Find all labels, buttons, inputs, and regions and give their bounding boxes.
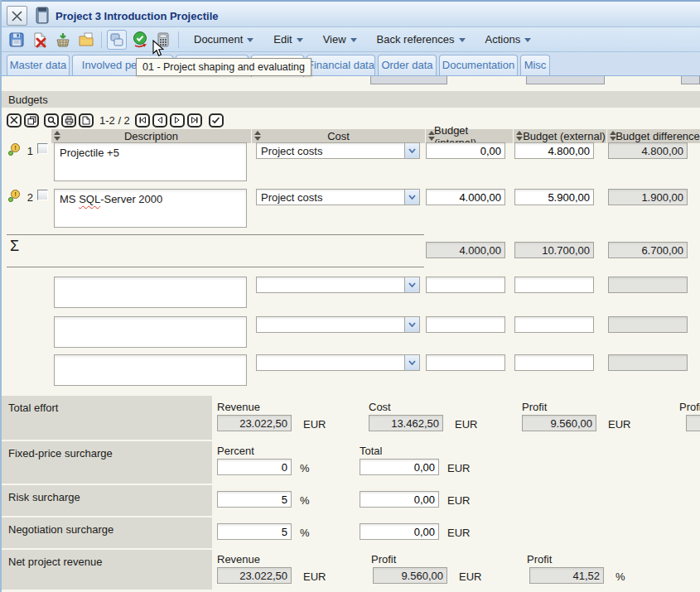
fixed-price-percent-input[interactable] [217, 459, 292, 475]
menu-document[interactable]: Document [194, 33, 253, 46]
budget-external-input[interactable] [514, 277, 594, 293]
printer-icon [65, 116, 74, 125]
prev-page-button[interactable] [152, 113, 167, 128]
menu-actions[interactable]: Actions [485, 33, 532, 46]
check-icon [211, 116, 220, 124]
menu-back-references[interactable]: Back references [377, 33, 466, 46]
apply-button[interactable] [209, 113, 224, 128]
jump-to-record-icon[interactable] [8, 143, 22, 156]
budget-external-input[interactable] [514, 354, 594, 371]
budget-external-input[interactable] [514, 316, 594, 333]
caret-down-icon [297, 38, 303, 42]
next-page-button[interactable] [170, 113, 185, 128]
unit-label: % [300, 527, 310, 539]
total-revenue-field: 23.022,50 [217, 415, 292, 431]
column-header-label: Description [124, 130, 178, 142]
unit-label: EUR [447, 527, 470, 539]
field-label-cost: Cost [369, 401, 391, 413]
menu-view[interactable]: View [323, 33, 357, 46]
copy-folder-button[interactable] [76, 30, 96, 50]
document-icon [35, 7, 50, 24]
last-page-button[interactable] [187, 113, 202, 128]
budget-internal-input[interactable] [426, 316, 505, 333]
budget-internal-input[interactable] [426, 354, 505, 371]
budget-internal-input[interactable] [426, 189, 505, 205]
budgets-table-toolbar: 1-2 / 2 [7, 113, 226, 128]
sum-divider [7, 234, 424, 235]
delete-document-button[interactable] [30, 30, 50, 50]
cost-type-select[interactable]: Project costs [256, 189, 420, 205]
tab-order-data[interactable]: Order data [378, 55, 437, 75]
save-button[interactable] [7, 30, 27, 50]
sort-icon[interactable] [516, 131, 523, 141]
copy-icon [27, 116, 36, 125]
confirm-icon [131, 31, 149, 48]
budget-difference-field [608, 277, 688, 293]
print-table-button[interactable] [61, 113, 76, 128]
budget-external-input[interactable] [514, 142, 594, 159]
jump-to-record-icon[interactable] [8, 190, 22, 203]
negotiation-percent-input[interactable] [217, 523, 292, 540]
risk-percent-input[interactable] [217, 491, 292, 508]
negotiation-total-input[interactable] [360, 523, 439, 540]
field-label-revenue: Revenue [217, 401, 260, 413]
confirm-button[interactable] [130, 30, 150, 50]
caret-down-icon [247, 38, 253, 42]
menu-view-label: View [323, 33, 346, 46]
menu-actions-label: Actions [485, 33, 521, 46]
menu-document-label: Document [194, 33, 243, 46]
budget-internal-input[interactable] [426, 277, 505, 293]
budgets-section-title: Budgets [8, 94, 48, 106]
description-text: MS [60, 193, 79, 205]
row-checkbox[interactable] [37, 190, 48, 200]
field-label-profit: Profit [522, 401, 547, 413]
description-input[interactable] [54, 354, 247, 386]
tab-documentation[interactable]: Documentation [439, 55, 518, 75]
window-title: Project 3 Introduction Projectile [56, 10, 218, 22]
cost-type-select[interactable] [256, 354, 420, 371]
description-input[interactable]: Projectile +5 [54, 142, 247, 181]
toolbar-separator [178, 31, 179, 48]
tab-master-data[interactable]: Master data [7, 55, 70, 75]
tab-misc[interactable]: Misc [520, 55, 550, 75]
cost-type-select[interactable] [256, 316, 420, 333]
sort-icon[interactable] [254, 131, 261, 141]
row-label-negotiation-surcharge: Negotiation surcharge [2, 517, 212, 548]
description-input[interactable]: MS SQL-Server 2000 [54, 189, 247, 228]
risk-total-input[interactable] [360, 491, 439, 508]
description-input[interactable] [54, 316, 247, 348]
sort-icon[interactable] [610, 131, 616, 141]
tab-financial-data[interactable]: Financial data [307, 55, 375, 75]
sort-icon[interactable] [428, 131, 435, 141]
menu-edit[interactable]: Edit [273, 33, 302, 46]
fixed-price-total-input[interactable] [360, 459, 439, 475]
description-input[interactable] [54, 277, 247, 308]
row-label-risk-surcharge: Risk surcharge [2, 485, 212, 516]
search-icon [47, 116, 56, 125]
sum-budget-difference: 6.700,00 [608, 242, 688, 258]
row-checkbox[interactable] [37, 143, 48, 154]
import-basket-button[interactable] [53, 30, 73, 50]
close-button[interactable] [7, 6, 27, 26]
sort-icon[interactable] [54, 131, 60, 141]
first-page-button[interactable] [135, 113, 150, 128]
budget-internal-input[interactable] [426, 142, 505, 159]
remove-row-button[interactable] [7, 113, 22, 128]
budget-external-input[interactable] [514, 189, 594, 205]
project-window: Project 3 Introduction Projectile [0, 0, 700, 592]
search-rows-button[interactable] [44, 113, 59, 128]
arrange-windows-button[interactable] [107, 30, 127, 50]
description-text: Projectile +5 [60, 147, 119, 159]
column-header-label: Budget difference [616, 130, 700, 142]
unit-label: EUR [303, 570, 326, 583]
cut-off-field [526, 76, 605, 84]
copy-rows-button[interactable] [24, 113, 39, 128]
calculate-button[interactable] [153, 30, 173, 50]
cost-type-select[interactable] [256, 277, 420, 293]
cost-type-select[interactable]: Project costs [256, 142, 420, 159]
delete-document-icon [31, 31, 48, 48]
field-label-profit: Profit [371, 553, 396, 566]
chevron-down-icon [404, 190, 419, 205]
new-row-button[interactable] [79, 113, 94, 128]
row-number: 2 [22, 191, 33, 204]
